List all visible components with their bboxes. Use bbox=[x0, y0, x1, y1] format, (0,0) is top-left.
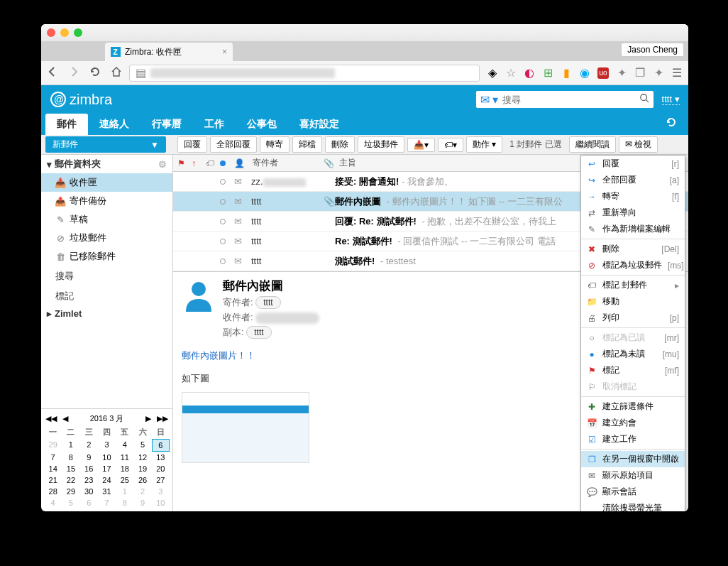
maximize-window-button[interactable] bbox=[74, 28, 82, 37]
archive-button[interactable]: 歸檔 bbox=[292, 136, 322, 153]
forward-button[interactable] bbox=[68, 66, 79, 80]
cc-chip[interactable]: tttt bbox=[246, 326, 271, 339]
sidebar-folder[interactable]: ✎草稿 bbox=[41, 210, 172, 229]
cal-day[interactable]: 18 bbox=[116, 463, 133, 474]
context-menu-item[interactable]: ↪全部回覆[a] bbox=[581, 172, 685, 188]
cal-day[interactable]: 4 bbox=[44, 497, 62, 508]
menu-icon[interactable]: ☰ bbox=[671, 67, 683, 79]
flag-column-icon[interactable]: ⚑ bbox=[173, 158, 187, 168]
view-button[interactable]: ✉ 檢視 bbox=[619, 136, 658, 153]
ext-icon-4[interactable]: ◉ bbox=[579, 67, 590, 79]
browser-tab[interactable]: Z Zimbra: 收件匣 × bbox=[105, 43, 233, 61]
cal-day[interactable]: 26 bbox=[133, 474, 151, 486]
context-menu-item[interactable]: ↩回覆[r] bbox=[581, 156, 685, 172]
continue-reading-button[interactable]: 繼續閱讀 bbox=[569, 136, 616, 153]
minimize-window-button[interactable] bbox=[60, 28, 69, 37]
context-menu-item[interactable]: 清除搜尋螢光筆 bbox=[581, 500, 685, 511]
cal-day[interactable]: 15 bbox=[62, 463, 79, 474]
ext-icon-2[interactable]: ⊞ bbox=[542, 67, 553, 79]
ublock-icon[interactable]: uo bbox=[597, 67, 609, 79]
new-mail-button[interactable]: 新郵件 ▼ bbox=[45, 136, 166, 153]
cal-day[interactable]: 25 bbox=[116, 474, 133, 486]
cal-day[interactable]: 6 bbox=[80, 497, 98, 508]
main-tab[interactable]: 行事曆 bbox=[140, 114, 193, 135]
main-tab[interactable]: 郵件 bbox=[45, 114, 88, 135]
forward-button[interactable]: 轉寄 bbox=[260, 136, 289, 153]
cal-day[interactable]: 19 bbox=[133, 463, 151, 474]
star-icon[interactable]: ☆ bbox=[505, 67, 517, 79]
cal-day[interactable]: 29 bbox=[62, 486, 79, 497]
search-section[interactable]: 搜尋 bbox=[41, 266, 172, 285]
cal-day[interactable]: 1 bbox=[62, 439, 79, 452]
cal-day[interactable]: 13 bbox=[152, 452, 170, 463]
cal-day[interactable]: 16 bbox=[80, 463, 98, 474]
context-menu-item[interactable]: ✖刪除[Del] bbox=[581, 241, 685, 257]
delete-button[interactable]: 刪除 bbox=[325, 136, 355, 153]
zimlet-section[interactable]: ▸ Zimlet bbox=[41, 305, 172, 322]
context-menu-item[interactable]: ●標記為未讀[mu] bbox=[581, 346, 685, 362]
cal-day[interactable]: 2 bbox=[133, 486, 151, 497]
close-window-button[interactable] bbox=[47, 28, 55, 37]
zimbra-logo[interactable]: @ zimbra bbox=[50, 91, 112, 108]
cal-day[interactable]: 9 bbox=[80, 452, 98, 463]
mail-scope-icon[interactable]: ✉ ▾ bbox=[480, 93, 498, 107]
context-menu-item[interactable]: ✚建立篩選條件 bbox=[581, 398, 685, 415]
read-column-icon[interactable] bbox=[216, 158, 230, 168]
cal-prev-month[interactable]: ◀ bbox=[62, 414, 68, 423]
home-button[interactable] bbox=[111, 66, 122, 80]
sidebar-folder[interactable]: 📥收件匣 bbox=[41, 173, 172, 192]
cal-day[interactable]: 29 bbox=[44, 439, 62, 452]
cal-day[interactable]: 12 bbox=[133, 452, 151, 463]
sidebar-folder[interactable]: 📤寄件備份 bbox=[41, 192, 172, 210]
cal-day[interactable]: 3 bbox=[98, 439, 116, 452]
tag-button[interactable]: 🏷▾ bbox=[438, 138, 463, 152]
ext-icon-5[interactable]: ✦ bbox=[616, 67, 627, 79]
cal-day[interactable]: 22 bbox=[62, 474, 79, 486]
main-tab[interactable]: 公事包 bbox=[236, 114, 288, 135]
site-info-icon[interactable]: ▤ bbox=[136, 66, 146, 80]
cal-next-year[interactable]: ▶▶ bbox=[157, 414, 168, 423]
cal-day[interactable]: 9 bbox=[133, 497, 151, 508]
reply-button[interactable]: 回覆 bbox=[177, 136, 207, 153]
ext-icon-7[interactable]: ✦ bbox=[653, 67, 664, 79]
cal-day[interactable]: 7 bbox=[44, 452, 62, 463]
sidebar-folder[interactable]: ⊘垃圾郵件 bbox=[41, 229, 172, 247]
main-tab[interactable]: 連絡人 bbox=[88, 114, 140, 135]
folders-header[interactable]: ▾ 郵件資料夾 ⚙ bbox=[41, 155, 172, 173]
actions-button[interactable]: 動作 ▾ bbox=[466, 136, 502, 153]
ext-icon-1[interactable]: ◐ bbox=[524, 67, 535, 79]
cal-next-month[interactable]: ▶ bbox=[145, 414, 151, 423]
context-menu-item[interactable]: 🏷標記 封郵件▸ bbox=[581, 277, 685, 293]
search-input[interactable] bbox=[498, 94, 639, 105]
cal-day[interactable]: 1 bbox=[116, 486, 133, 497]
reload-button[interactable] bbox=[89, 66, 101, 80]
priority-column-icon[interactable]: ↑ bbox=[187, 158, 202, 168]
folder-move-button[interactable]: 📥▾ bbox=[407, 138, 435, 152]
context-menu-item[interactable]: ✉顯示原始項目 bbox=[581, 467, 685, 484]
cal-day[interactable]: 28 bbox=[44, 486, 62, 497]
context-menu-item[interactable]: ✎作為新增檔案編輯 bbox=[581, 221, 685, 237]
cal-day[interactable]: 8 bbox=[116, 497, 133, 508]
cal-day[interactable]: 5 bbox=[133, 439, 151, 452]
context-menu-item[interactable]: →轉寄[f] bbox=[581, 188, 685, 205]
cal-day[interactable]: 14 bbox=[44, 463, 62, 474]
search-icon[interactable] bbox=[639, 93, 649, 106]
ext-icon-6[interactable]: ❐ bbox=[634, 67, 646, 79]
cal-day[interactable]: 27 bbox=[152, 474, 170, 486]
cal-day[interactable]: 30 bbox=[80, 486, 98, 497]
url-bar[interactable]: ▤ bbox=[129, 65, 480, 82]
cal-day[interactable]: 4 bbox=[116, 439, 133, 452]
tags-section[interactable]: 標記 bbox=[41, 285, 172, 305]
from-column[interactable]: 寄件者 bbox=[248, 157, 319, 169]
context-menu-item[interactable]: ⇄重新導向 bbox=[581, 205, 685, 221]
cal-day[interactable]: 8 bbox=[62, 452, 79, 463]
context-menu-item[interactable]: ⚑標記[mf] bbox=[581, 362, 685, 379]
cal-day[interactable]: 6 bbox=[152, 439, 170, 452]
context-menu-item[interactable]: 📁移動 bbox=[581, 293, 685, 310]
cal-day[interactable]: 31 bbox=[98, 486, 116, 497]
cal-day[interactable]: 11 bbox=[116, 452, 133, 463]
search-box[interactable]: ✉ ▾ bbox=[476, 91, 653, 108]
browser-profile-badge[interactable]: Jason Cheng bbox=[621, 43, 684, 57]
from-chip[interactable]: tttt bbox=[255, 296, 280, 309]
to-chip[interactable] bbox=[255, 312, 319, 324]
